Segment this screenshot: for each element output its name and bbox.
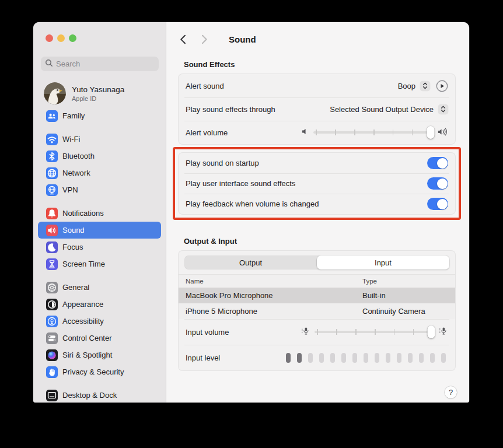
bluetooth-icon [46, 150, 58, 162]
profile-name: Yuto Yasunaga [72, 85, 124, 94]
play-sound-on-startup-row: Play sound on startup [179, 153, 455, 173]
volume-feedback-toggle[interactable] [427, 198, 448, 210]
input-volume-thumb[interactable] [427, 326, 435, 338]
level-segment [386, 353, 391, 363]
sidebar-item-screen-time[interactable]: Screen Time [38, 256, 161, 272]
input-volume-track[interactable] [315, 331, 435, 333]
table-header: Name Type [179, 274, 455, 288]
alert-volume-track[interactable] [313, 131, 434, 134]
level-segment [397, 353, 402, 363]
sidebar-item-vpn[interactable]: VPN [38, 181, 161, 198]
sidebar-item-label: Focus [62, 243, 83, 251]
level-segment [341, 353, 347, 363]
profile-subtitle: Apple ID [72, 95, 124, 102]
sidebar-item-label: Notifications [62, 209, 104, 218]
sidebar-item-label: General [62, 283, 89, 292]
alert-sound-label: Alert sound [186, 82, 224, 90]
sidebar-item-label: Family [62, 111, 85, 120]
sidebar-item-label: Privacy & Security [62, 368, 124, 376]
search-input[interactable] [56, 60, 155, 68]
sidebar-item-label: Appearance [62, 300, 103, 309]
sidebar-item-family[interactable]: Family [38, 107, 161, 124]
level-segment [441, 353, 446, 363]
ui-sound-effects-label: Play user interface sound effects [186, 179, 295, 188]
moon-icon [46, 242, 58, 253]
sidebar-item-focus[interactable]: Focus [38, 239, 161, 256]
alert-sound-row: Alert sound Boop [179, 74, 455, 97]
sidebar-item-label: Screen Time [62, 260, 105, 268]
tab-input[interactable]: Input [317, 256, 449, 270]
traffic-lights [46, 34, 76, 42]
sidebar-list: Yuto Yasunaga Apple ID Family Wi-Fi [38, 77, 161, 402]
input-volume-row: Input volume [179, 319, 455, 345]
sidebar-item-accessibility[interactable]: Accessibility [38, 313, 161, 330]
back-button[interactable] [178, 33, 188, 46]
speaker-icon [46, 225, 58, 236]
sidebar-item-privacy-security[interactable]: Privacy & Security [38, 363, 161, 380]
table-row[interactable]: MacBook Pro Microphone Built-in [179, 288, 455, 303]
apple-id-profile[interactable]: Yuto Yasunaga Apple ID [38, 79, 161, 107]
device-name: iPhone 5 Microphone [186, 307, 362, 316]
avatar [44, 82, 66, 104]
level-segment [364, 353, 369, 363]
nav-bar: Sound [178, 33, 456, 46]
mic-low-icon [301, 327, 310, 337]
minimize-window-button[interactable] [57, 34, 65, 42]
tab-output[interactable]: Output [184, 256, 317, 270]
sidebar-item-control-center[interactable]: Control Center [38, 330, 161, 346]
alert-volume-label: Alert volume [186, 128, 228, 137]
speaker-low-icon [302, 128, 309, 137]
sidebar-item-siri-spotlight[interactable]: Siri & Spotlight [38, 346, 161, 363]
screenshot-stage: Yuto Yasunaga Apple ID Family Wi-Fi [0, 0, 503, 448]
system-settings-window: Yuto Yasunaga Apple ID Family Wi-Fi [33, 22, 469, 402]
device-name: MacBook Pro Microphone [186, 291, 362, 300]
siri-icon [46, 349, 58, 361]
sidebar-item-sound[interactable]: Sound [38, 222, 161, 239]
level-segment [297, 353, 302, 363]
bell-icon [46, 208, 58, 219]
sidebar-item-general[interactable]: General [38, 279, 161, 296]
help-button[interactable]: ? [445, 386, 457, 398]
sidebar-item-label: Control Center [62, 334, 112, 342]
speaker-loud-icon [438, 128, 448, 138]
sidebar-item-label: Desktop & Dock [62, 391, 117, 400]
sidebar-item-label: Bluetooth [62, 152, 95, 160]
desktop-dock-icon [46, 390, 58, 401]
table-row[interactable]: iPhone 5 Microphone Continuity Camera [179, 303, 455, 319]
close-window-button[interactable] [46, 34, 53, 42]
sidebar: Yuto Yasunaga Apple ID Family Wi-Fi [33, 22, 166, 402]
output-input-card: Output Input Name Type MacBook Pro Micro… [178, 250, 456, 371]
sidebar-item-desktop-dock[interactable]: Desktop & Dock [38, 387, 161, 402]
sidebar-item-notifications[interactable]: Notifications [38, 205, 161, 222]
hand-icon [46, 366, 58, 378]
forward-button[interactable] [200, 33, 209, 46]
sidebar-item-appearance[interactable]: Appearance [38, 296, 161, 313]
volume-feedback-label: Play feedback when volume is changed [186, 200, 319, 208]
vpn-globe-icon [46, 184, 58, 196]
sidebar-item-label: Network [62, 169, 90, 177]
ui-sound-effects-toggle[interactable] [427, 177, 448, 190]
mic-high-icon [439, 327, 448, 337]
alert-volume-thumb[interactable] [427, 126, 434, 139]
play-sound-on-startup-toggle[interactable] [427, 157, 448, 169]
sidebar-item-label: VPN [62, 186, 78, 194]
zoom-window-button[interactable] [69, 34, 76, 42]
alert-sound-popup[interactable] [420, 81, 430, 91]
sidebar-item-label: Accessibility [62, 317, 104, 326]
level-segment [430, 353, 435, 363]
sidebar-item-label: Sound [62, 226, 85, 235]
volume-feedback-row: Play feedback when volume is changed [179, 194, 455, 214]
play-alert-sound-button[interactable] [436, 80, 448, 92]
hourglass-icon [46, 258, 58, 270]
ui-sound-effects-row: Play user interface sound effects [179, 173, 455, 194]
alert-sound-value: Boop [398, 82, 415, 90]
device-type: Built-in [362, 291, 448, 300]
sidebar-item-label: Wi-Fi [62, 135, 80, 144]
sidebar-item-bluetooth[interactable]: Bluetooth [38, 148, 161, 164]
column-type: Type [362, 278, 448, 285]
sidebar-item-wifi[interactable]: Wi-Fi [38, 131, 161, 148]
play-through-popup[interactable] [438, 104, 448, 114]
sidebar-item-network[interactable]: Network [38, 164, 161, 181]
play-sound-on-startup-label: Play sound on startup [186, 159, 259, 167]
column-name: Name [186, 278, 362, 285]
